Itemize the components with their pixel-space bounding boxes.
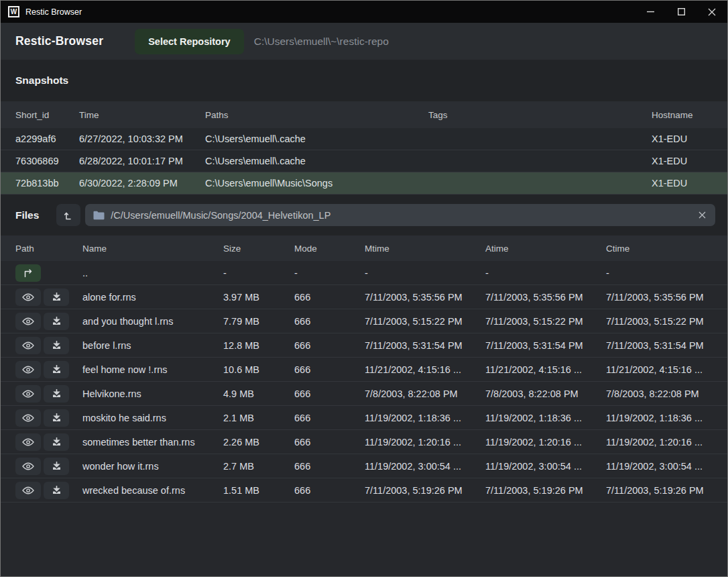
file-ctime: 7/8/2003, 8:22:08 PM [606,388,727,399]
download-file-button[interactable] [44,433,69,451]
preview-file-button[interactable] [15,482,41,499]
snapshot-time: 6/30/2022, 2:28:09 PM [79,178,205,189]
snapshot-time: 6/27/2022, 10:03:32 PM [79,134,205,144]
download-file-button[interactable] [44,409,69,427]
file-ctime: 11/19/2002, 1:18:36 ... [606,413,727,423]
file-mtime: 7/11/2003, 5:15:22 PM [365,316,485,327]
file-row[interactable]: before l.rns 12.8 MB 666 7/11/2003, 5:31… [1,333,727,358]
file-row[interactable]: wonder how it.rns 2.7 MB 666 11/19/2002,… [1,454,727,478]
preview-file-button[interactable] [15,337,41,354]
column-header-time: Time [79,110,205,120]
empty-area [1,503,727,576]
preview-file-button[interactable] [15,385,41,403]
file-row[interactable]: feel home now !.rns 10.6 MB 666 11/21/20… [1,358,727,382]
file-size: 10.6 MB [223,364,294,375]
download-icon [52,485,62,495]
download-icon [52,364,62,374]
snapshot-hostname: X1-EDU [652,156,727,166]
download-file-button[interactable] [44,313,69,330]
preview-file-button[interactable] [15,361,41,378]
repository-path: C:\Users\emuell\~\restic-repo [254,36,389,48]
snapshot-row[interactable]: 76306869 6/28/2022, 10:01:17 PM C:\Users… [1,150,727,172]
minimize-button[interactable] [635,1,666,23]
download-icon [52,461,62,471]
download-icon [52,316,62,326]
file-mtime: 11/21/2002, 4:15:16 ... [365,364,485,375]
file-size: 2.26 MB [223,437,294,448]
file-mtime: 7/11/2003, 5:19:26 PM [365,485,485,496]
snapshot-time: 6/28/2022, 10:01:17 PM [79,156,205,166]
eye-icon [22,438,34,446]
snapshot-short-id: 76306869 [15,156,79,166]
download-file-button[interactable] [44,482,69,499]
file-row[interactable]: and you thought l.rns 7.79 MB 666 7/11/2… [1,309,727,333]
file-mtime: - [365,268,485,278]
file-row[interactable]: Helvikone.rns 4.9 MB 666 7/8/2003, 8:22:… [1,382,727,406]
download-file-button[interactable] [44,385,69,403]
column-header-hostname: Hostname [652,110,727,120]
file-mtime: 11/19/2002, 3:00:54 ... [365,461,485,472]
go-to-root-button[interactable] [56,204,80,226]
column-header-size: Size [223,244,294,254]
file-mode: 666 [294,388,365,399]
page-title: Restic-Browser [15,34,103,48]
snapshot-row[interactable]: a2299af6 6/27/2022, 10:03:32 PM C:\Users… [1,128,727,150]
file-atime: 7/11/2003, 5:19:26 PM [485,485,606,496]
window-controls [635,1,727,23]
file-size: 3.97 MB [223,292,294,303]
snapshot-hostname: X1-EDU [652,134,727,144]
eye-icon [22,486,34,494]
download-file-button[interactable] [44,337,69,354]
snapshots-table-header: Short_id Time Paths Tags Hostname [1,101,727,128]
file-name: wonder how it.rns [82,461,223,472]
select-repository-button[interactable]: Select Repository [135,29,244,54]
file-atime: 11/21/2002, 4:15:16 ... [485,364,606,375]
file-size: 4.9 MB [223,388,294,399]
titlebar: W Restic Browser [1,1,727,23]
file-mtime: 11/19/2002, 1:18:36 ... [365,413,485,423]
column-header-tags: Tags [428,110,652,120]
file-name: .. [82,268,223,278]
file-row[interactable]: sometimes better than.rns 2.26 MB 666 11… [1,430,727,454]
file-size: 7.79 MB [223,316,294,327]
file-atime: 7/11/2003, 5:15:22 PM [485,316,606,327]
file-atime: 7/8/2003, 8:22:08 PM [485,388,606,399]
preview-file-button[interactable] [15,458,41,475]
column-header-short-id: Short_id [15,110,79,120]
snapshots-section-header: Snapshots [1,60,727,101]
file-row[interactable]: alone for.rns 3.97 MB 666 7/11/2003, 5:3… [1,285,727,309]
file-atime: - [485,268,606,278]
eye-icon [22,342,34,350]
file-row[interactable]: wrecked because of.rns 1.51 MB 666 7/11/… [1,478,727,503]
current-path-field[interactable]: /C/Users/emuell/Music/Songs/2004_Helveti… [85,204,715,226]
column-header-path: Path [15,244,82,254]
download-file-button[interactable] [44,361,69,378]
file-name: and you thought l.rns [82,316,223,327]
preview-file-button[interactable] [15,313,41,330]
eye-icon [22,462,34,470]
preview-file-button[interactable] [15,433,41,451]
file-name: wrecked because of.rns [82,485,223,496]
maximize-button[interactable] [666,1,696,23]
snapshots-table-body: a2299af6 6/27/2022, 10:03:32 PM C:\Users… [1,128,727,195]
download-file-button[interactable] [44,288,69,306]
clear-path-button[interactable] [697,209,707,221]
file-name: before l.rns [82,340,223,351]
file-ctime: 7/11/2003, 5:15:22 PM [606,316,727,327]
column-header-atime: Atime [485,244,606,254]
file-mtime: 7/8/2003, 8:22:08 PM [365,388,485,399]
snapshot-row[interactable]: 72b813bb 6/30/2022, 2:28:09 PM C:\Users\… [1,172,727,195]
preview-file-button[interactable] [15,409,41,427]
minimize-icon [647,8,654,15]
file-size: 2.7 MB [223,461,294,472]
snapshot-short-id: 72b813bb [15,178,79,189]
up-directory-icon [63,210,74,221]
file-row[interactable]: moskito he said.rns 2.1 MB 666 11/19/200… [1,406,727,430]
file-mtime: 7/11/2003, 5:31:54 PM [365,340,485,351]
download-file-button[interactable] [44,458,69,475]
download-icon [52,292,62,302]
go-parent-button[interactable] [15,264,41,282]
preview-file-button[interactable] [15,288,41,306]
close-button[interactable] [696,1,727,23]
parent-directory-row[interactable]: .. - - - - - [1,261,727,285]
